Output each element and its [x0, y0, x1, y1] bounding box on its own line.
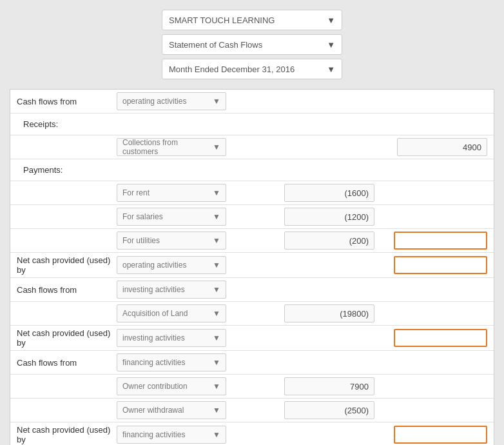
- for-utilities-val2-input[interactable]: [381, 232, 487, 250]
- owner-withdrawal-dropdown[interactable]: Owner withdrawal ▼: [117, 401, 226, 419]
- main-content: Cash flows from operating activities ▼ R…: [10, 89, 494, 445]
- net-operating-dropdown[interactable]: operating activities ▼: [117, 256, 226, 274]
- chevron-down-icon: ▼: [213, 212, 220, 221]
- cash-flows-investing-label: Cash flows from: [17, 285, 117, 295]
- for-rent-dropdown[interactable]: For rent ▼: [117, 184, 226, 202]
- row-cash-flows-financing: Cash flows from financing activities ▼: [10, 351, 494, 375]
- owner-withdrawal-value: (2500): [344, 406, 369, 415]
- row-receipts: Receipts:: [10, 114, 494, 135]
- company-name-dropdown[interactable]: SMART TOUCH LEARNING ▼: [162, 10, 342, 30]
- row-collections: Collections from customers ▼ 4900: [10, 135, 494, 159]
- page-container: SMART TOUCH LEARNING ▼ Statement of Cash…: [0, 0, 504, 445]
- row-owner-withdrawal: Owner withdrawal ▼ (2500): [10, 399, 494, 422]
- payments-label: Payments:: [17, 165, 63, 175]
- net-financing-label: financing activities: [122, 430, 185, 439]
- row-acquisition: Acquisition of Land ▼ (19800): [10, 302, 494, 326]
- row-net-cash-investing: Net cash provided (used) by investing ac…: [10, 326, 494, 351]
- chevron-down-icon: ▼: [213, 188, 220, 197]
- for-utilities-dropdown[interactable]: For utilities ▼: [117, 232, 226, 250]
- for-rent-label: For rent: [122, 188, 150, 197]
- row-for-utilities: For utilities ▼ (200): [10, 229, 494, 253]
- chevron-down-icon: ▼: [213, 143, 220, 152]
- chevron-down-icon: ▼: [213, 333, 220, 342]
- chevron-down-icon: ▼: [213, 285, 220, 294]
- row-net-cash-operating: Net cash provided (used) by operating ac…: [10, 253, 494, 278]
- operating-activities-dropdown[interactable]: operating activities ▼: [117, 92, 226, 110]
- chevron-down-icon: ▼: [327, 64, 335, 74]
- owner-contribution-val1: 7900: [271, 377, 374, 395]
- row-owner-contribution: Owner contribution ▼ 7900: [10, 375, 494, 399]
- chevron-down-icon: ▼: [213, 358, 220, 367]
- net-cash-operating-label: Net cash provided (used) by: [17, 255, 117, 275]
- for-salaries-value: (1200): [344, 212, 369, 222]
- cash-flows-label: Cash flows from: [17, 97, 117, 106]
- acquisition-label: Acquisition of Land: [122, 309, 188, 318]
- period-dropdown[interactable]: Month Ended December 31, 2016 ▼: [162, 59, 342, 79]
- chevron-down-icon: ▼: [213, 406, 220, 415]
- receipts-label: Receipts:: [17, 119, 58, 129]
- financing-activities-label: financing activities: [122, 358, 185, 367]
- row-for-salaries: For salaries ▼ (1200): [10, 205, 494, 229]
- collections-label: Collections from customers: [122, 138, 213, 156]
- owner-contribution-label: Owner contribution: [122, 382, 188, 391]
- for-utilities-val1: (200): [271, 232, 374, 250]
- chevron-down-icon: ▼: [213, 97, 220, 106]
- net-cash-financing-label: Net cash provided (used) by: [17, 425, 117, 444]
- for-utilities-label: For utilities: [122, 236, 160, 245]
- row-cash-flows-operating: Cash flows from operating activities ▼: [10, 90, 494, 114]
- net-cash-operating-input[interactable]: [381, 256, 487, 274]
- for-rent-val1: (1600): [271, 184, 374, 202]
- for-salaries-val1: (1200): [271, 208, 374, 226]
- cash-flows-financing-label: Cash flows from: [17, 358, 117, 368]
- net-cash-investing-label: Net cash provided (used) by: [17, 328, 117, 348]
- collections-value: 4900: [463, 143, 481, 152]
- net-investing-dropdown[interactable]: investing activities ▼: [117, 329, 226, 347]
- acquisition-value: (19800): [340, 309, 369, 319]
- owner-withdrawal-val1: (2500): [271, 401, 374, 419]
- chevron-down-icon: ▼: [327, 40, 335, 50]
- statement-type-dropdown[interactable]: Statement of Cash Flows ▼: [162, 34, 342, 55]
- row-for-rent: For rent ▼ (1600): [10, 181, 494, 205]
- net-operating-label: operating activities: [122, 261, 186, 270]
- net-cash-investing-input[interactable]: [381, 329, 487, 347]
- operating-activities-label: operating activities: [122, 97, 186, 106]
- chevron-down-icon: ▼: [213, 430, 220, 439]
- owner-contribution-value: 7900: [350, 382, 369, 391]
- net-financing-dropdown[interactable]: financing activities ▼: [117, 426, 226, 444]
- chevron-down-icon: ▼: [213, 309, 220, 318]
- row-cash-flows-investing: Cash flows from investing activities ▼: [10, 278, 494, 302]
- for-salaries-label: For salaries: [122, 212, 163, 221]
- chevron-down-icon: ▼: [213, 236, 220, 245]
- header-section: SMART TOUCH LEARNING ▼ Statement of Cash…: [10, 10, 494, 79]
- acquisition-val1: (19800): [271, 304, 374, 322]
- owner-contribution-dropdown[interactable]: Owner contribution ▼: [117, 377, 226, 395]
- row-payments: Payments:: [10, 159, 494, 181]
- net-cash-financing-input[interactable]: [381, 426, 487, 444]
- owner-withdrawal-label: Owner withdrawal: [122, 406, 184, 415]
- statement-type-label: Statement of Cash Flows: [169, 40, 262, 50]
- collections-dropdown[interactable]: Collections from customers ▼: [117, 138, 226, 156]
- for-salaries-dropdown[interactable]: For salaries ▼: [117, 208, 226, 226]
- collections-val2: 4900: [381, 138, 487, 156]
- financing-activities-dropdown[interactable]: financing activities ▼: [117, 353, 226, 371]
- company-name-label: SMART TOUCH LEARNING: [169, 15, 275, 25]
- for-rent-value: (1600): [344, 188, 369, 198]
- chevron-down-icon: ▼: [213, 261, 220, 270]
- net-investing-label: investing activities: [122, 333, 185, 342]
- investing-activities-label: investing activities: [122, 285, 185, 294]
- chevron-down-icon: ▼: [327, 15, 335, 25]
- for-utilities-value: (200): [349, 236, 369, 246]
- period-label: Month Ended December 31, 2016: [169, 64, 295, 74]
- row-net-cash-financing: Net cash provided (used) by financing ac…: [10, 422, 494, 445]
- investing-activities-dropdown[interactable]: investing activities ▼: [117, 281, 226, 299]
- acquisition-dropdown[interactable]: Acquisition of Land ▼: [117, 304, 226, 322]
- chevron-down-icon: ▼: [213, 382, 220, 391]
